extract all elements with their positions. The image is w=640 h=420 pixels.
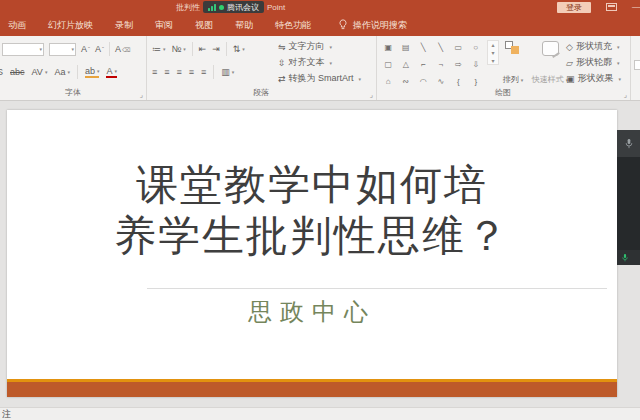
bullets-button[interactable]: ≔ xyxy=(152,44,166,54)
divider xyxy=(109,42,110,56)
text-shadow-button[interactable]: S xyxy=(0,67,3,77)
drawing-group-label: 绘图 xyxy=(376,87,630,98)
clear-formatting-button[interactable]: A⌫ xyxy=(115,44,131,54)
drawing-dialog-launcher[interactable]: ⌟ xyxy=(624,91,627,98)
titlebar-controls: 登录 — xyxy=(557,0,637,14)
increase-indent-button[interactable]: ⇥ xyxy=(212,44,220,54)
strikethrough-button[interactable]: abc xyxy=(10,67,25,77)
change-case-button[interactable]: Aa xyxy=(54,67,70,77)
numbering-button[interactable]: № xyxy=(172,44,186,54)
font-color-button[interactable]: A xyxy=(106,67,117,78)
tab-record[interactable]: 录制 xyxy=(104,14,144,36)
font-size-select[interactable] xyxy=(49,43,76,56)
slide-title-placeholder[interactable]: 课堂教学中如何培 养学生批判性思维？ xyxy=(7,160,617,262)
meeting-side-panel[interactable] xyxy=(617,130,640,265)
tab-special-features[interactable]: 特色功能 xyxy=(264,14,322,36)
slide-divider-line xyxy=(147,288,607,289)
distribute-button[interactable]: ≡ xyxy=(201,67,206,77)
notes-button[interactable]: 注 xyxy=(2,408,11,420)
shape-rounded-rectangle-icon[interactable]: ▢ xyxy=(381,57,396,72)
shape-oval-icon[interactable]: ○ xyxy=(469,40,484,55)
app-name-fragment: Point xyxy=(267,3,285,12)
divider xyxy=(77,65,78,79)
align-text-button[interactable]: ⇳ 对齐文本 xyxy=(278,56,361,69)
shape-fill-icon: ◇ xyxy=(566,42,573,52)
powerpoint-window: 批判性 腾讯会议 Point 登录 — 动画 幻灯片放映 录制 审阅 视图 帮助… xyxy=(0,0,640,420)
paragraph-dialog-launcher[interactable]: ⌟ xyxy=(370,91,373,98)
gallery-more-icon[interactable]: ▾ xyxy=(488,57,498,64)
scroll-up-icon[interactable]: ▴ xyxy=(488,41,498,48)
shape-line-icon[interactable]: ╲ xyxy=(416,40,431,55)
font-group: Aˆ Aˇ A⌫ S abc AV Aa ab A 字体 ⌟ xyxy=(0,36,147,100)
align-right-button[interactable]: ≡ xyxy=(177,67,182,77)
text-direction-button[interactable]: ⇋ 文字方向 xyxy=(278,40,361,53)
divider xyxy=(226,42,227,56)
shape-outline-button[interactable]: ▱ 形状轮廓 xyxy=(566,56,621,69)
shape-vertical-textbox-icon[interactable]: ▤ xyxy=(399,40,414,55)
tab-animation[interactable]: 动画 xyxy=(8,14,37,36)
shape-elbow-connector2-icon[interactable]: ¬ xyxy=(434,57,449,72)
microphone-active-icon xyxy=(621,253,629,263)
shape-effects-button[interactable]: ▣ 形状效果 xyxy=(566,72,621,85)
minimize-button[interactable]: — xyxy=(632,2,640,12)
shape-triangle-icon[interactable]: △ xyxy=(399,57,414,72)
shape-arrow-right-icon[interactable]: ⇨ xyxy=(451,57,466,72)
shape-textbox-icon[interactable]: ▣ xyxy=(381,40,396,55)
tab-view[interactable]: 视图 xyxy=(184,14,224,36)
login-button[interactable]: 登录 xyxy=(557,2,591,13)
meeting-overlay-label: 腾讯会议 xyxy=(227,2,259,13)
shape-elbow-connector-icon[interactable]: ⌐ xyxy=(416,57,431,72)
tell-me-search[interactable]: 操作说明搜索 xyxy=(338,19,407,32)
convert-to-smartart-button[interactable]: ⇄ 转换为 SmartArt xyxy=(278,72,361,85)
shape-outline-icon: ▱ xyxy=(566,58,573,68)
quick-styles-button[interactable]: 快速样式 xyxy=(530,41,570,85)
meeting-panel-header[interactable] xyxy=(617,130,640,157)
shapes-gallery: ▣ ▤ ╲ ╲ ▭ ○ ▢ △ ⌐ ¬ ⇨ ⇩ ⌂ ∾ ◠ ∿ { } xyxy=(381,40,483,89)
align-text-icon: ⇳ xyxy=(278,58,286,68)
tell-me-label: 操作说明搜索 xyxy=(353,19,407,32)
highlight-color-button[interactable]: ab xyxy=(85,67,100,78)
justify-button[interactable]: ≡ xyxy=(189,67,194,77)
align-center-button[interactable]: ≡ xyxy=(164,67,169,77)
status-bar: 注 xyxy=(0,407,640,420)
shape-line-arrow-icon[interactable]: ╲ xyxy=(434,40,449,55)
slide-title-line2: 养学生批判性思维？ xyxy=(7,211,617,262)
shape-fill-button[interactable]: ◇ 形状填充 xyxy=(566,40,621,53)
lightbulb-icon xyxy=(338,19,348,31)
arrange-button[interactable]: 排列 xyxy=(498,41,528,85)
ribbon-display-options-icon[interactable] xyxy=(606,3,617,11)
tab-slideshow[interactable]: 幻灯片放映 xyxy=(37,14,104,36)
divider xyxy=(213,65,214,79)
paragraph-group-label: 段落 xyxy=(146,87,376,98)
arrange-icon xyxy=(505,41,521,55)
font-dialog-launcher[interactable]: ⌟ xyxy=(140,91,143,98)
shrink-font-button[interactable]: Aˇ xyxy=(95,44,104,54)
scroll-down-icon[interactable]: ▾ xyxy=(488,49,498,56)
document-title-cluster: 批判性 腾讯会议 Point xyxy=(176,0,285,14)
tencent-meeting-overlay[interactable]: 腾讯会议 xyxy=(203,1,264,13)
meeting-status-dot-icon xyxy=(219,5,224,10)
tab-review[interactable]: 审阅 xyxy=(144,14,184,36)
slide-title-line1: 课堂教学中如何培 xyxy=(7,160,617,211)
character-spacing-button[interactable]: AV xyxy=(32,67,48,77)
decrease-indent-button[interactable]: ⇤ xyxy=(199,44,207,54)
tab-help[interactable]: 帮助 xyxy=(224,14,264,36)
title-bar: 批判性 腾讯会议 Point 登录 — xyxy=(0,0,640,14)
quick-styles-icon xyxy=(542,41,559,56)
columns-button[interactable]: ▥ xyxy=(221,67,234,77)
align-left-button[interactable]: ≡ xyxy=(152,67,157,77)
drawing-group: ▣ ▤ ╲ ╲ ▭ ○ ▢ △ ⌐ ¬ ⇨ ⇩ ⌂ ∾ ◠ ∿ { } ▴ xyxy=(376,36,631,100)
slide-canvas[interactable]: 课堂教学中如何培 养学生批判性思维？ 思政中心 xyxy=(7,110,617,397)
grow-font-button[interactable]: Aˆ xyxy=(81,44,90,54)
shape-arrow-down-icon[interactable]: ⇩ xyxy=(469,57,484,72)
line-spacing-button[interactable]: ⇅ xyxy=(233,44,245,54)
smartart-icon: ⇄ xyxy=(278,74,286,84)
font-name-select[interactable] xyxy=(2,43,44,56)
font-group-label: 字体 xyxy=(0,87,146,98)
clipped-ribbon-group xyxy=(630,36,640,100)
meeting-panel-footer[interactable] xyxy=(617,250,640,265)
ribbon: Aˆ Aˇ A⌫ S abc AV Aa ab A 字体 ⌟ ≔ № xyxy=(0,36,640,101)
shape-rectangle-icon[interactable]: ▭ xyxy=(451,40,466,55)
slide-subtitle-placeholder[interactable]: 思政中心 xyxy=(7,296,617,328)
text-direction-icon: ⇋ xyxy=(278,42,286,52)
